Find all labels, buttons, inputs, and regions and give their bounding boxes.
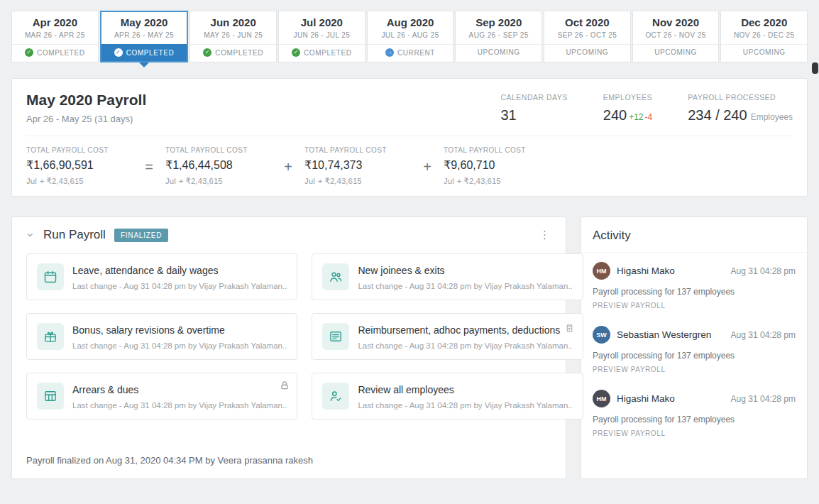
activity-timestamp: Aug 31 04:28 pm: [731, 330, 796, 340]
step-last-change: Last change - Aug 31 04:28 pm by Vijay P…: [72, 341, 287, 350]
month-tab-dec-2020[interactable]: Dec 2020 NOV 26 - DEC 25 UPCOMING: [720, 11, 808, 62]
month-status-label: UPCOMING: [566, 48, 608, 56]
summary-heading: May 2020 Payroll Apr 26 - May 25 (31 day…: [26, 92, 146, 124]
month-range: JUN 26 - JUL 25: [279, 31, 365, 39]
month-title: Apr 2020: [12, 11, 98, 28]
check-circle-icon: [292, 48, 300, 57]
stat-calendar-days: CALENDAR DAYS 31: [500, 93, 567, 124]
status-badge: FINALIZED: [114, 229, 168, 242]
step-tile-new-joinees-exits[interactable]: New joinees & exits Last change - Aug 31…: [312, 253, 583, 300]
month-tab-apr-2020[interactable]: Apr 2020 MAR 26 - APR 25 COMPLETED: [11, 11, 99, 62]
check-circle-icon: [25, 48, 33, 57]
month-tab-may-2020-selected[interactable]: May 2020 APR 26 - MAY 25 COMPLETED: [100, 11, 189, 62]
month-range: AUG 26 - SEP 25: [456, 31, 542, 39]
cost-block-net: TOTAL PAYROLL COST ₹1,46,44,508 Jul+ ₹2,…: [165, 146, 272, 186]
month-title: Sep 2020: [456, 11, 542, 28]
month-tab-oct-2020[interactable]: Oct 2020 SEP 26 - OCT 25 UPCOMING: [544, 11, 631, 62]
employees-added: +12: [629, 112, 643, 122]
activity-user-name: Sebastian Westergren: [617, 329, 711, 340]
month-status: COMPLETED: [279, 44, 365, 61]
step-last-change: Last change - Aug 31 04:28 pm by Vijay P…: [72, 282, 287, 290]
month-status: COMPLETED: [101, 44, 187, 61]
month-status: UPCOMING: [456, 44, 542, 60]
operator-plus: +: [411, 159, 444, 175]
preview-payroll-link[interactable]: PREVIEW PAYROLL: [593, 429, 796, 437]
month-title: Nov 2020: [633, 11, 719, 28]
month-tab-jun-2020[interactable]: Jun 2020 MAY 26 - JUN 25 COMPLETED: [189, 11, 277, 62]
payroll-steps-grid: Leave, attendance & daily wages Last cha…: [12, 251, 566, 420]
month-status: CURRENT: [368, 44, 454, 61]
step-tile-reimbursement-adhoc-deductions[interactable]: Reimbursement, adhoc payments, deduction…: [312, 313, 583, 360]
activity-user-name: Higashi Mako: [617, 265, 675, 276]
document-icon: [565, 324, 574, 333]
pay-period: Apr 26 - May 25 (31 days): [26, 114, 146, 124]
step-last-change: Last change - Aug 31 04:28 pm by Vijay P…: [72, 401, 287, 410]
avatar: HM: [593, 262, 610, 280]
month-status-label: UPCOMING: [478, 48, 520, 56]
payroll-summary-card: May 2020 Payroll Apr 26 - May 25 (31 day…: [11, 78, 808, 197]
month-tab-jul-2020[interactable]: Jul 2020 JUN 26 - JUL 25 COMPLETED: [278, 11, 365, 62]
operator-equals: =: [133, 159, 165, 175]
step-title: Bonus, salary revisions & overtime: [72, 323, 287, 336]
stat-employees: EMPLOYEES 240+12-4: [603, 93, 652, 124]
current-arrow-icon: [385, 48, 394, 57]
step-last-change: Last change - Aug 31 04:28 pm by Vijay P…: [358, 401, 572, 410]
run-payroll-header: Run Payroll FINALIZED: [12, 217, 566, 251]
calendar-icon: [37, 263, 64, 290]
month-status-label: UPCOMING: [654, 48, 697, 56]
month-status-label: CURRENT: [397, 49, 435, 57]
month-range: SEP 26 - OCT 25: [544, 31, 630, 39]
person-check-icon: [322, 383, 349, 410]
stat-payroll-processed: PAYROLL PROCESSED 234 / 240Employees: [688, 93, 793, 124]
step-tile-review-all-employees[interactable]: Review all employees Last change - Aug 3…: [312, 373, 583, 420]
payroll-month-timeline: Apr 2020 MAR 26 - APR 25 COMPLETED May 2…: [0, 0, 819, 77]
month-status: COMPLETED: [190, 44, 276, 61]
step-title: New joinees & exits: [358, 263, 572, 276]
step-tile-leave-attendance[interactable]: Leave, attendance & daily wages Last cha…: [26, 253, 297, 300]
preview-payroll-link[interactable]: PREVIEW PAYROLL: [593, 366, 796, 373]
activity-user-name: Higashi Mako: [617, 393, 675, 404]
month-tab-nov-2020[interactable]: Nov 2020 OCT 26 - NOV 25 UPCOMING: [632, 11, 720, 62]
check-circle-icon: [114, 48, 123, 57]
step-title: Reimbursement, adhoc payments, deduction…: [358, 323, 572, 336]
month-status-label: COMPLETED: [215, 49, 263, 57]
scrollbar-thumb[interactable]: [812, 62, 818, 74]
payroll-app: Apr 2020 MAR 26 - APR 25 COMPLETED May 2…: [0, 0, 819, 504]
month-range: MAY 26 - JUN 25: [190, 31, 276, 39]
step-last-change: Last change - Aug 31 04:28 pm by Vijay P…: [358, 341, 572, 350]
month-tab-aug-2020[interactable]: Aug 2020 JUL 26 - AUG 25 CURRENT: [367, 11, 454, 62]
cost-block-deductions: TOTAL PAYROLL COST ₹10,74,373 Jul+ ₹2,43…: [304, 146, 411, 186]
month-title: Dec 2020: [721, 11, 807, 28]
avatar: HM: [593, 390, 610, 407]
month-title: Jul 2020: [279, 11, 365, 28]
step-last-change: Last change - Aug 31 04:28 pm by Vijay P…: [358, 282, 572, 290]
month-status: UPCOMING: [633, 44, 719, 60]
month-range: OCT 26 - NOV 25: [633, 31, 719, 39]
month-status-label: COMPLETED: [37, 49, 85, 57]
month-status-label: COMPLETED: [126, 49, 175, 57]
month-tab-sep-2020[interactable]: Sep 2020 AUG 26 - SEP 25 UPCOMING: [455, 11, 542, 62]
preview-payroll-link[interactable]: PREVIEW PAYROLL: [593, 302, 796, 309]
divider: [26, 136, 793, 136]
activity-panel: Activity HM Higashi Mako Aug 31 04:28 pm…: [581, 217, 808, 479]
step-tile-arrears-dues[interactable]: Arrears & dues Last change - Aug 31 04:2…: [26, 373, 297, 420]
activity-timestamp: Aug 31 04:28 pm: [731, 266, 796, 276]
employees-exited: -4: [645, 112, 653, 122]
month-status: UPCOMING: [544, 44, 630, 60]
activity-item: HM Higashi Mako Aug 31 04:28 pm Payroll …: [581, 253, 807, 317]
month-title: Oct 2020: [544, 11, 630, 28]
more-options-icon[interactable]: [538, 229, 551, 241]
cost-block-taxes: TOTAL PAYROLL COST ₹9,60,710 Jul+ ₹2,43,…: [444, 146, 550, 186]
activity-item: HM Higashi Mako Aug 31 04:28 pm Payroll …: [581, 380, 807, 444]
lock-icon: [280, 380, 290, 390]
receipt-icon: [322, 323, 349, 350]
run-payroll-card: Run Payroll FINALIZED Leave, attendance …: [11, 217, 566, 479]
page-title: May 2020 Payroll: [26, 92, 146, 109]
activity-item: SW Sebastian Westergren Aug 31 04:28 pm …: [581, 317, 807, 380]
step-tile-bonus-revisions-overtime[interactable]: Bonus, salary revisions & overtime Last …: [26, 313, 297, 360]
activity-title: Activity: [581, 217, 807, 253]
avatar: SW: [593, 326, 610, 344]
summary-stats: CALENDAR DAYS 31 EMPLOYEES 240+12-4 PAYR…: [500, 92, 793, 124]
chevron-down-icon[interactable]: [24, 231, 37, 239]
people-icon: [322, 263, 349, 290]
